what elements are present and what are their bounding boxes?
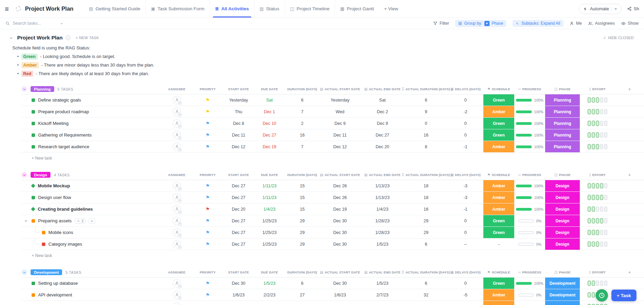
priority-flag-icon[interactable]: ⚑ — [206, 242, 210, 246]
priority-flag-icon[interactable]: ⚑ — [206, 109, 210, 114]
automate-button[interactable]: Automate — [579, 4, 622, 14]
column-header-delays[interactable]: ▦DELAYS (DAYS) — [448, 84, 483, 94]
duration-cell[interactable]: 7 — [285, 141, 320, 152]
actual_start-cell[interactable]: Wed — [320, 106, 360, 117]
phase-cell[interactable]: Development — [545, 301, 580, 305]
due-cell[interactable]: Sat — [254, 94, 285, 106]
start-cell[interactable]: Dec 30 — [223, 278, 254, 289]
start-cell[interactable]: Dec 27 — [223, 192, 254, 203]
priority-flag-icon[interactable]: ⚑ — [206, 230, 210, 235]
assignee-avatar-placeholder[interactable]: + — [173, 228, 181, 237]
effort-cell[interactable] — [580, 129, 615, 141]
actual_start-cell[interactable]: 1/6/23 — [320, 301, 360, 305]
chevron-down-icon[interactable] — [614, 7, 617, 10]
delays-cell[interactable]: 0 — [448, 118, 483, 129]
start-cell[interactable]: Dec 8 — [223, 118, 254, 129]
schedule-pill[interactable]: Amber — [483, 203, 514, 215]
phase-cell[interactable]: Planning — [545, 106, 580, 117]
phase-pill[interactable]: Development — [545, 278, 580, 289]
task-name[interactable]: Kickoff Meeting — [38, 121, 69, 126]
assignee-avatar-placeholder[interactable]: + — [173, 108, 181, 116]
schedule-pill[interactable]: Amber — [483, 106, 514, 117]
delays-cell[interactable]: 0 — [448, 129, 483, 141]
priority-cell[interactable]: ⚑ — [192, 129, 223, 141]
task-status-icon[interactable] — [32, 98, 35, 102]
add-view-button[interactable]: + View — [379, 6, 403, 11]
column-header-actual_end[interactable]: ▤ACTUAL END DATE — [360, 267, 404, 277]
phase-cell[interactable]: Design — [545, 180, 580, 191]
add-column-cell[interactable] — [615, 84, 644, 94]
start-cell[interactable]: Dec 27 — [223, 238, 254, 250]
due-cell[interactable]: Dec 19 — [254, 141, 285, 152]
actual_end-cell[interactable]: 1/13/23 — [360, 180, 404, 191]
assignee-cell[interactable]: + — [161, 301, 192, 305]
actual_duration-cell[interactable]: 0 — [404, 118, 448, 129]
column-header-actual_duration[interactable]: ΣACTUAL DURATION (DAYS) — [404, 170, 448, 180]
actual_duration-cell[interactable]: 18 — [404, 180, 448, 191]
column-header-effort[interactable]: ▯EFFORT — [580, 267, 615, 277]
schedule-pill[interactable]: Green — [483, 118, 514, 129]
chevron-down-icon[interactable] — [60, 22, 63, 25]
progress-cell[interactable]: 100% — [514, 180, 545, 191]
start-cell[interactable]: Dec 11 — [223, 129, 254, 141]
due-cell[interactable]: 1/11/23 — [254, 192, 285, 203]
progress-cell[interactable]: 0% — [514, 238, 545, 250]
duration-cell[interactable]: 15 — [285, 203, 320, 215]
phase-pill[interactable]: Design — [545, 203, 580, 215]
actual_start-cell[interactable]: Dec 12 — [320, 141, 360, 152]
priority-flag-icon[interactable]: ⚑ — [206, 133, 210, 137]
progress-cell[interactable]: 100% — [514, 278, 545, 289]
phase-pill[interactable]: Planning — [545, 94, 580, 106]
effort-cell[interactable] — [580, 118, 615, 129]
effort-cell[interactable] — [580, 278, 615, 289]
add-column-icon[interactable] — [628, 173, 632, 177]
duration-cell[interactable]: 19 — [285, 301, 320, 305]
actual_start-cell[interactable]: Dec 30 — [320, 238, 360, 250]
task-name[interactable]: Gathering of Requirements — [38, 132, 92, 138]
progress-cell[interactable]: 100% — [514, 106, 545, 117]
schedule-pill[interactable]: Amber — [483, 180, 514, 191]
start-cell[interactable]: 1/6/23 — [223, 289, 254, 301]
column-header-progress[interactable]: ▱PROGRESS — [514, 170, 545, 180]
progress-cell[interactable]: 0% — [514, 215, 545, 226]
column-header-duration[interactable]: DURATION (DAYS) — [285, 84, 320, 94]
effort-cell[interactable] — [580, 180, 615, 191]
subtasks-chip[interactable]: Subtasks: Expand All — [513, 20, 563, 27]
progress-cell[interactable]: 100% — [514, 118, 545, 129]
priority-flag-icon[interactable]: ⚑ — [206, 195, 210, 200]
column-header-due[interactable]: DUE DATE — [254, 267, 285, 277]
effort-cell[interactable] — [580, 94, 615, 106]
duration-cell[interactable]: 15 — [285, 192, 320, 203]
priority-cell[interactable]: ⚑ — [192, 289, 223, 301]
due-cell[interactable]: 1/25/23 — [254, 238, 285, 250]
assignee-cell[interactable]: + — [161, 180, 192, 191]
task-name[interactable]: Preparing assets — [38, 218, 72, 223]
actual_end-cell[interactable]: 1/13/23 — [360, 192, 404, 203]
priority-flag-icon[interactable]: ⚑ — [206, 293, 210, 297]
actual_duration-cell[interactable]: 8 — [404, 141, 448, 152]
info-icon[interactable]: i — [66, 35, 70, 40]
group-name-pill[interactable]: Development — [31, 269, 62, 275]
actual_end-cell[interactable]: 1/5/23 — [360, 238, 404, 250]
task-name[interactable]: Define strategic goals — [38, 97, 81, 103]
tab-project-timeline[interactable]: ◫Project Timeline — [285, 0, 335, 17]
actual_end-cell[interactable]: 1/5/23 — [360, 278, 404, 289]
start-cell[interactable]: 1/6/23 — [223, 301, 254, 305]
group-name-pill[interactable]: Planning — [31, 86, 54, 92]
schedule-cell[interactable]: Amber — [483, 203, 514, 215]
schedule-cell[interactable]: – — [483, 238, 514, 250]
priority-cell[interactable]: ⚑ — [192, 192, 223, 203]
task-name[interactable]: API development — [38, 292, 72, 297]
column-header-duration[interactable]: DURATION (DAYS) — [285, 267, 320, 277]
column-header-schedule[interactable]: ⚑SCHEDULE — [483, 267, 514, 277]
schedule-cell[interactable]: Amber — [483, 301, 514, 305]
assignees-button[interactable]: Assignees — [588, 21, 615, 26]
due-cell[interactable]: 1/11/23 — [254, 180, 285, 191]
delays-cell[interactable]: -1 — [448, 141, 483, 152]
column-header-progress[interactable]: ▱PROGRESS — [514, 267, 545, 277]
schedule-cell[interactable]: Amber — [483, 106, 514, 117]
task-status-icon[interactable] — [32, 110, 35, 114]
progress-cell[interactable]: 100% — [514, 129, 545, 141]
column-header-effort[interactable]: ▯EFFORT — [580, 84, 615, 94]
actual_duration-cell[interactable]: 16 — [404, 203, 448, 215]
